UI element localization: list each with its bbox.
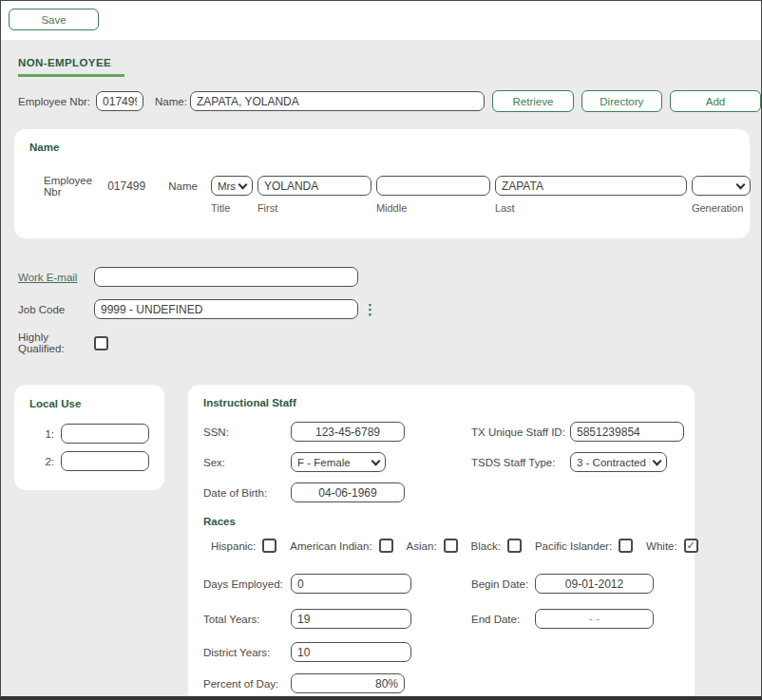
total-years-label: Total Years: (203, 614, 291, 625)
end-date-label: End Date: (471, 614, 531, 625)
hispanic-checkbox[interactable] (262, 539, 276, 553)
american-indian-label: American Indian: (290, 540, 371, 552)
tx-unique-staff-id-label: TX Unique Staff ID: (471, 426, 566, 438)
chevron-down-icon (238, 180, 247, 189)
job-code-input[interactable] (94, 299, 358, 319)
middle-name-input[interactable] (376, 176, 490, 196)
toolbar: Save (1, 1, 761, 40)
employee-nbr-static-value: 017499 (107, 176, 145, 196)
last-name-input[interactable] (495, 176, 687, 196)
district-years-label: District Years: (203, 647, 291, 658)
name-input[interactable] (190, 91, 485, 111)
retrieve-bar: Employee Nbr: Name: Retrieve Directory A… (18, 90, 761, 112)
employee-nbr-label: Employee Nbr: (18, 96, 90, 107)
total-years-input[interactable] (291, 609, 411, 629)
instructional-staff-heading: Instructional Staff (203, 397, 679, 408)
work-email-input[interactable] (94, 267, 358, 287)
save-button[interactable]: Save (9, 9, 99, 30)
chevron-down-icon (371, 456, 381, 465)
title-select[interactable]: Mrs. (211, 176, 253, 196)
local-use-2-input[interactable] (61, 451, 149, 471)
black-checkbox[interactable] (507, 539, 522, 553)
american-indian-checkbox[interactable] (379, 539, 393, 553)
middle-sub-label: Middle (376, 202, 490, 214)
pacific-islander-checkbox[interactable] (619, 539, 633, 553)
race-item-asian: Asian: (407, 539, 458, 553)
begin-date-label: Begin Date: (471, 578, 531, 590)
local-use-1-input[interactable] (61, 424, 149, 444)
tx-unique-staff-id-input[interactable] (570, 422, 684, 442)
races-row: Hispanic: American Indian: Asian: Black: (211, 539, 679, 553)
generation-select[interactable] (692, 176, 751, 196)
date-of-birth-label: Date of Birth: (203, 487, 291, 499)
races-heading: Races (203, 516, 679, 527)
asian-label: Asian: (407, 540, 437, 552)
white-checkbox[interactable] (684, 539, 698, 553)
race-item-american-indian: American Indian: (290, 539, 392, 553)
last-sub-label: Last (495, 202, 687, 214)
percent-of-day-label: Percent of Day: (203, 678, 291, 690)
employee-nbr-static-label: Employee Nbr (44, 176, 92, 196)
highly-qualified-label: Highly Qualified: (18, 331, 94, 354)
work-email-link[interactable]: Work E-mail (18, 272, 94, 283)
add-button[interactable]: Add (670, 90, 761, 112)
black-label: Black: (471, 540, 501, 552)
job-code-picker-ellipsis-icon[interactable]: ⋮ (363, 302, 377, 316)
tab-non-employee[interactable]: NON-EMPLOYEE (18, 57, 124, 77)
sex-select-value: F - Female (297, 457, 369, 468)
percent-of-day-input[interactable] (291, 673, 405, 693)
begin-date-input[interactable] (535, 574, 654, 594)
ssn-input[interactable] (291, 422, 405, 442)
first-sub-label: First (257, 202, 371, 214)
generation-sub-label: Generation (692, 202, 751, 214)
directory-button[interactable]: Directory (581, 90, 662, 112)
instructional-staff-card: Instructional Staff SSN: TX Unique Staff… (188, 385, 695, 696)
local-use-2-label: 2: (29, 456, 54, 467)
highly-qualified-checkbox[interactable] (94, 336, 108, 350)
tsds-staff-type-select-value: 3 - Contracted Profe (577, 457, 650, 468)
race-item-black: Black: (471, 539, 522, 553)
app-window: Save NON-EMPLOYEE Employee Nbr: Name: Re… (0, 0, 762, 700)
race-item-hispanic: Hispanic: (211, 539, 276, 553)
ssn-label: SSN: (203, 426, 291, 438)
district-years-input[interactable] (291, 642, 411, 662)
days-employed-input[interactable] (291, 574, 411, 594)
retrieve-button[interactable]: Retrieve (492, 90, 573, 112)
first-name-input[interactable] (257, 176, 371, 196)
local-use-heading: Local Use (29, 398, 149, 409)
name-card: Name Employee Nbr 017499 Name Mrs. Title (14, 129, 750, 238)
job-code-label: Job Code (18, 304, 94, 315)
name-card-heading: Name (29, 142, 734, 153)
race-item-pacific-islander: Pacific Islander: (535, 539, 633, 553)
local-use-1-label: 1: (29, 428, 54, 440)
end-date-input[interactable] (535, 609, 654, 629)
date-of-birth-input[interactable] (291, 482, 405, 502)
employee-nbr-input[interactable] (96, 91, 143, 111)
race-item-white: White: (646, 539, 698, 553)
pacific-islander-label: Pacific Islander: (535, 540, 612, 552)
page-content: NON-EMPLOYEE Employee Nbr: Name: Retriev… (1, 40, 761, 696)
name-static-label: Name (168, 176, 198, 196)
tsds-staff-type-label: TSDS Staff Type: (471, 457, 566, 468)
local-use-card: Local Use 1: 2: (14, 385, 164, 490)
asian-checkbox[interactable] (444, 539, 458, 553)
hispanic-label: Hispanic: (211, 540, 256, 552)
name-label: Name: (155, 96, 187, 107)
title-sub-label: Title (211, 202, 253, 214)
sex-select[interactable]: F - Female (291, 452, 386, 472)
sex-label: Sex: (203, 457, 291, 468)
tsds-staff-type-select[interactable]: 3 - Contracted Profe (570, 452, 667, 472)
chevron-down-icon (735, 180, 745, 189)
chevron-down-icon (653, 456, 662, 465)
white-label: White: (646, 540, 677, 552)
title-select-value: Mrs. (218, 180, 236, 192)
days-employed-label: Days Employed: (203, 578, 291, 590)
